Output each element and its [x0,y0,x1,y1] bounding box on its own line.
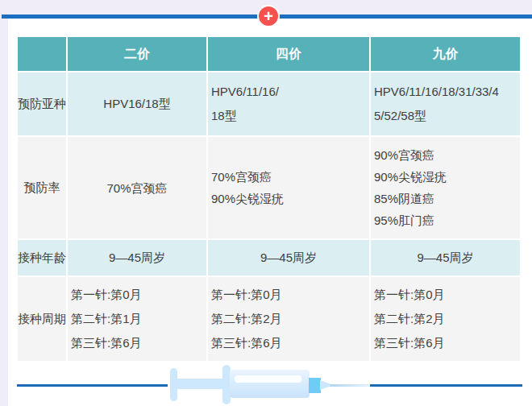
cell-line: 70%宫颈癌 [211,166,272,188]
cell-line: 5/52/58型 [374,104,426,128]
cell-line: 9—45周岁 [417,251,473,266]
row-label-text: 接种年龄 [18,251,66,266]
cell-subtypes-bivalent: HPV16/18型 [68,72,206,135]
cell-rate-ninevalent: 90%宫颈癌 90%尖锐湿疣 85%阴道癌 95%肛门癌 [371,137,520,238]
cell-line: HPV6/11/16/ [211,80,279,104]
cell-line: 9—45周岁 [260,251,317,266]
syringe-barrel-highlight [235,375,301,383]
cell-line: 第一针:第0月 [211,283,282,307]
cell-line: 18型 [211,104,237,128]
header-cell-ninevalent: 九价 [371,37,520,71]
syringe-icon [165,362,375,406]
cell-schedule-quadrivalent: 第一针:第0月 第二针:第2月 第三针:第6月 [208,277,369,361]
bottom-divider-line-left [17,384,168,387]
cell-schedule-ninevalent: 第一针:第0月 第二针:第2月 第三针:第6月 [371,277,520,361]
header-quadrivalent-label: 四价 [276,46,301,63]
cell-subtypes-quadrivalent: HPV6/11/16/ 18型 [208,72,369,135]
header-ninevalent-label: 九价 [433,46,459,63]
plus-glyph: + [264,8,273,24]
header-cell-quadrivalent: 四价 [208,37,369,71]
cell-line: 第二针:第2月 [211,307,282,331]
cell-line: 第三针:第6月 [211,331,282,355]
cell-subtypes-ninevalent: HPV6/11/16/18/31/33/4 5/52/58型 [371,72,520,135]
cell-line: 第二针:第2月 [374,307,445,331]
syringe-barrel [230,370,310,398]
syringe-needle [330,384,370,387]
hpv-vaccine-comparison-table: 二价 四价 九价 预防亚种 HPV16/18型 HPV6/11/16/ 18型 … [18,37,520,361]
page-left-strip [0,0,8,406]
header-bivalent-label: 二价 [124,46,150,63]
cell-line: 90%尖锐湿疣 [211,188,284,209]
cell-age-quadrivalent: 9—45周岁 [208,240,369,276]
cell-age-bivalent: 9—45周岁 [68,240,206,276]
cell-line: 95%肛门癌 [374,209,434,231]
header-cell-blank [18,37,66,71]
cell-line: 70%宫颈癌 [106,177,167,199]
syringe-tip [309,378,321,393]
cell-line: 第一针:第0月 [71,283,142,307]
cell-rate-bivalent: 70%宫颈癌 [68,137,206,238]
row-label-schedule: 接种周期 [18,277,66,361]
cell-line: 9—45周岁 [109,251,165,266]
row-label-text: 预防率 [24,180,60,196]
cell-line: 90%宫颈癌 [374,144,434,166]
syringe-plunger-shaft [177,379,227,389]
bottom-divider-line-right [370,384,522,387]
cell-line: 85%阴道癌 [374,188,434,209]
row-label-prevention-rate: 预防率 [18,137,66,238]
cell-line: HPV16/18型 [103,92,170,116]
cell-line: 第二针:第1月 [71,307,142,331]
header-cell-bivalent: 二价 [68,37,206,71]
medical-plus-icon: + [257,5,280,27]
cell-line: 90%尖锐湿疣 [374,166,447,188]
cell-schedule-bivalent: 第一针:第0月 第二针:第1月 第三针:第6月 [68,277,206,361]
cell-rate-quadrivalent: 70%宫颈癌 90%尖锐湿疣 [208,137,369,238]
row-label-subtypes: 预防亚种 [18,72,66,135]
cell-line: HPV6/11/16/18/31/33/4 [374,80,499,104]
page: { "decor": { "plus_symbol": "+" }, "colo… [0,0,532,406]
cell-line: 第三针:第6月 [71,331,142,355]
row-label-text: 接种周期 [18,312,66,327]
cell-line: 第一针:第0月 [374,283,445,307]
cell-age-ninevalent: 9—45周岁 [371,240,520,276]
row-label-age: 接种年龄 [18,240,66,276]
cell-line: 第三针:第6月 [374,331,445,355]
row-label-text: 预防亚种 [18,97,66,112]
